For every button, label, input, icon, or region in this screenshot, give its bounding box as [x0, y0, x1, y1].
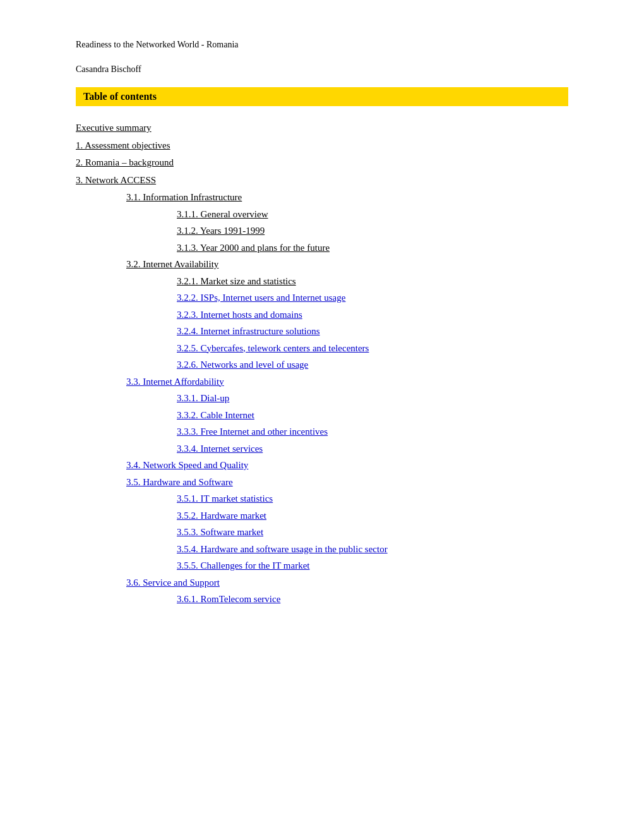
list-item: 3.1.2. Years 1991-1999	[177, 223, 568, 239]
list-item: 3.6.1. RomTelecom service	[177, 591, 568, 608]
toc-link[interactable]: 3.2.1. Market size and statistics	[177, 276, 296, 286]
list-item: 3.5.2. Hardware market	[177, 508, 568, 524]
toc-header: Table of contents	[76, 87, 568, 106]
toc-link[interactable]: 3.4. Network Speed and Quality	[126, 460, 248, 470]
toc-link[interactable]: 3. Network ACCESS	[76, 175, 156, 185]
toc-link[interactable]: 3.5. Hardware and Software	[126, 477, 233, 487]
header-line2: Casandra Bischoff	[76, 63, 568, 76]
toc-link[interactable]: 3.1. Information Infrastructure	[126, 192, 242, 202]
toc-link[interactable]: 3.3.4. Internet services	[177, 444, 263, 454]
toc-link[interactable]: 2. Romania – background	[76, 157, 174, 167]
list-item: 1. Assessment objectives	[76, 138, 568, 154]
toc-link[interactable]: 3.2.5. Cybercafes, telework centers and …	[177, 343, 369, 353]
list-item: 3.5.3. Software market	[177, 524, 568, 541]
toc-link[interactable]: Executive summary	[76, 123, 152, 133]
list-item: 3.5.5. Challenges for the IT market	[177, 558, 568, 574]
list-item: 3.3. Internet Affordability	[126, 374, 568, 390]
header-line1: Readiness to the Networked World - Roman…	[76, 38, 568, 51]
list-item: 3.5.1. IT market statistics	[177, 491, 568, 507]
toc-link[interactable]: 3.1.3. Year 2000 and plans for the futur…	[177, 243, 330, 253]
list-item: 3.3.3. Free Internet and other incentive…	[177, 424, 568, 440]
header: Readiness to the Networked World - Roman…	[76, 38, 568, 76]
toc-link[interactable]: 3.2.3. Internet hosts and domains	[177, 310, 302, 320]
toc-list: Executive summary1. Assessment objective…	[76, 120, 568, 608]
toc-link[interactable]: 3.3.3. Free Internet and other incentive…	[177, 426, 328, 437]
list-item: 3.2.6. Networks and level of usage	[177, 357, 568, 373]
list-item: 3.2.5. Cybercafes, telework centers and …	[177, 341, 568, 357]
list-item: 3.4. Network Speed and Quality	[126, 457, 568, 474]
toc-link[interactable]: 3.6. Service and Support	[126, 577, 220, 588]
toc-link[interactable]: 3.2.6. Networks and level of usage	[177, 360, 308, 370]
toc-link[interactable]: 3.3.1. Dial-up	[177, 393, 229, 403]
toc-link[interactable]: 3.2.2. ISPs, Internet users and Internet…	[177, 293, 345, 303]
toc-link[interactable]: 3.5.5. Challenges for the IT market	[177, 560, 310, 571]
toc-link[interactable]: 3.5.1. IT market statistics	[177, 493, 273, 504]
list-item: 3.2.2. ISPs, Internet users and Internet…	[177, 290, 568, 306]
toc-link[interactable]: 3.3. Internet Affordability	[126, 377, 224, 387]
toc-link[interactable]: 3.3.2. Cable Internet	[177, 410, 254, 420]
toc-link[interactable]: 3.5.3. Software market	[177, 527, 263, 537]
list-item: 3.3.4. Internet services	[177, 441, 568, 457]
list-item: 3.2.4. Internet infrastructure solutions	[177, 323, 568, 340]
list-item: 3.2.1. Market size and statistics	[177, 274, 568, 290]
toc-link[interactable]: 3.2.4. Internet infrastructure solutions	[177, 326, 320, 336]
toc-link[interactable]: 3.1.1. General overview	[177, 209, 268, 219]
list-item: 3.2. Internet Availability	[126, 257, 568, 273]
toc-link[interactable]: 3.1.2. Years 1991-1999	[177, 226, 265, 236]
toc-link[interactable]: 3.2. Internet Availability	[126, 259, 218, 269]
list-item: 3.3.1. Dial-up	[177, 390, 568, 407]
list-item: 3.5. Hardware and Software	[126, 474, 568, 491]
toc-link[interactable]: 3.5.2. Hardware market	[177, 511, 266, 521]
list-item: 3. Network ACCESS	[76, 172, 568, 189]
list-item: 3.6. Service and Support	[126, 575, 568, 591]
list-item: 3.5.4. Hardware and software usage in th…	[177, 541, 568, 558]
toc-link[interactable]: 3.5.4. Hardware and software usage in th…	[177, 544, 388, 554]
list-item: 3.1.3. Year 2000 and plans for the futur…	[177, 240, 568, 257]
toc-link[interactable]: 3.6.1. RomTelecom service	[177, 594, 280, 604]
list-item: 3.3.2. Cable Internet	[177, 408, 568, 424]
list-item: 2. Romania – background	[76, 155, 568, 171]
list-item: 3.2.3. Internet hosts and domains	[177, 307, 568, 323]
list-item: 3.1.1. General overview	[177, 207, 568, 223]
list-item: 3.1. Information Infrastructure	[126, 190, 568, 206]
toc-link[interactable]: 1. Assessment objectives	[76, 140, 170, 150]
list-item: Executive summary	[76, 120, 568, 136]
